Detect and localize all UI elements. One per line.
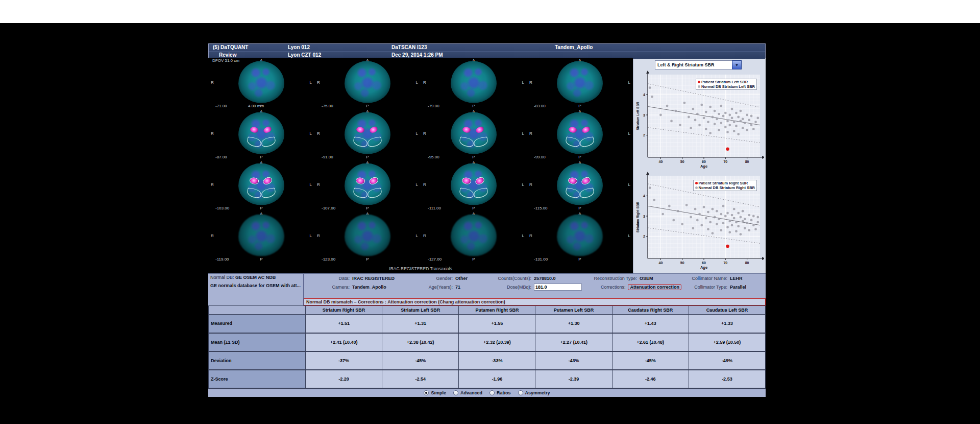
row-label: Deviation [209,351,306,370]
chevron-down-icon[interactable]: ▼ [732,60,742,69]
mode-asymmetry[interactable]: Asymmetry [518,390,550,395]
brain-slice-image [345,163,390,205]
slice-cell[interactable]: APRL-71.00DFOV 51.0 cm4.00 mm [208,58,314,109]
svg-text:4: 4 [643,194,645,198]
orientation-right-label: R [317,80,320,85]
normal-db-description: GE normals database for OSEM with att... [210,283,301,288]
col-caudatus-left: Caudatus Left SBR [689,306,765,315]
roi-contour-outline [473,136,489,148]
roi-contour-outline [353,187,369,199]
roi-contour-outline [261,187,277,199]
svg-text:50: 50 [680,160,684,163]
roi-contour-outline [565,187,581,199]
brain-slice-image [557,163,603,205]
slice-cell[interactable]: APRL-115.00 [527,160,633,211]
orientation-right-label: R [211,131,214,136]
orientation-posterior-label: P [472,206,475,210]
cell-value: -2.53 [689,370,765,388]
slice-cell[interactable]: APRL-79.00 [421,58,527,109]
recon-type-label: Reconstruction Type: [582,276,637,281]
orientation-right-label: R [317,131,320,136]
main-area: APRL-71.00DFOV 51.0 cm4.00 mmAPRL-75.00A… [208,58,766,273]
gender-value: Other [455,276,468,281]
svg-text:80: 80 [745,261,749,265]
row-label: Mean (±1 SD) [209,333,306,351]
dose-input[interactable] [534,284,582,291]
orientation-left-label: L [310,131,312,136]
orientation-right-label: R [211,182,214,187]
orientation-left-label: L [416,80,418,85]
roi-contour-outline [247,187,262,199]
legend-entry: Patient Striatum Right SBR [695,181,755,185]
cell-value: +2.38 (±0.42) [382,333,459,351]
slice-position-label: -83.00 [534,104,546,108]
brain-slice-image [238,112,284,154]
orientation-left-label: L [310,80,312,85]
orientation-right-label: R [211,80,214,85]
cell-value: +1.31 [382,315,459,333]
brain-slice-image [451,163,497,205]
svg-text:50: 50 [680,261,684,265]
mode-ratios[interactable]: Ratios [489,390,511,395]
slice-cell[interactable]: APRL-123.00 [314,211,421,262]
slice-cell[interactable]: APRL-107.00 [314,160,421,211]
camera-value: Tandem_Apollo [352,285,386,290]
slice-position-label: -107.00 [322,206,335,210]
chart-selector-dropdown[interactable]: Left & Right Striatum SBR ▼ [655,60,742,69]
corrections-value[interactable]: Attenuation correction [628,284,681,290]
cell-value: -2.46 [612,370,689,388]
roi-contour-outline [565,136,581,148]
legend-dot-icon [695,182,698,184]
cell-value: +2.41 (±0.40) [306,333,382,351]
legend-dot-icon [698,85,700,88]
roi-contour-outline [473,187,489,199]
orientation-left-label: L [522,80,524,85]
legend-label: Patient Striatum Left SBR [701,80,748,84]
slice-cell[interactable]: APRL-95.00 [421,109,527,160]
normal-db-box: Normal DB: GE OSEM AC NDB GE normals dat… [208,274,304,298]
legend-dot-icon [695,186,698,189]
legend-label: Normal DB Striatum Right SBR [699,185,755,190]
cell-value: -37% [306,351,382,370]
mode-simple[interactable]: Simple [424,390,446,395]
warning-spacer [208,298,304,305]
mode-label: Simple [431,390,446,395]
series-label: IRAC REGISTERED Transaxials [208,266,633,271]
slice-cell[interactable]: APRL-131.00 [527,211,633,262]
orientation-posterior-label: P [578,155,581,159]
legend-entry: Normal DB Striatum Right SBR [695,185,755,190]
slice-cell[interactable]: APRL-103.00 [208,160,314,211]
cell-value: -33% [459,351,535,370]
orientation-posterior-label: P [260,155,262,159]
radio-icon[interactable] [518,390,523,395]
cell-value: -49% [689,351,765,370]
slice-position-label: -123.00 [322,257,335,262]
slice-position-label: -95.00 [428,155,439,159]
cell-value: -45% [382,351,459,370]
slice-cell[interactable]: APRL-75.00 [314,58,421,109]
slice-cell[interactable]: APRL-87.00 [208,109,314,160]
orientation-left-label: L [522,182,524,187]
slice-cell[interactable]: APRL-119.00 [208,211,314,262]
radio-icon[interactable] [424,390,429,395]
normal-db-mismatch-warning: Normal DB mismatch – Corrections : Atten… [304,298,766,305]
mode-label: Advanced [460,390,482,395]
cell-value: -1.96 [459,370,535,388]
slice-cell[interactable]: APRL-111.00 [421,160,527,211]
slice-cell[interactable]: APRL-91.00 [314,109,421,160]
striatum-uptake-spot [568,126,578,133]
roi-contour-outline [579,187,595,199]
slice-cell[interactable]: APRL-127.00 [421,211,527,262]
slice-position-label: -127.00 [428,257,442,262]
mode-advanced[interactable]: Advanced [453,390,482,395]
orientation-right-label: R [529,182,532,187]
slice-cell[interactable]: APRL-99.00 [527,109,633,160]
radio-icon[interactable] [489,390,495,395]
study-datetime: Dec 29, 2014 1:26 PM [391,52,443,58]
collimator-type-label: Collimator Type: [681,285,727,290]
svg-text:60: 60 [702,261,706,265]
brain-slice-image [238,163,284,205]
brain-slice-image [557,61,603,103]
slice-cell[interactable]: APRL-83.00 [527,58,633,109]
radio-icon[interactable] [453,390,458,395]
